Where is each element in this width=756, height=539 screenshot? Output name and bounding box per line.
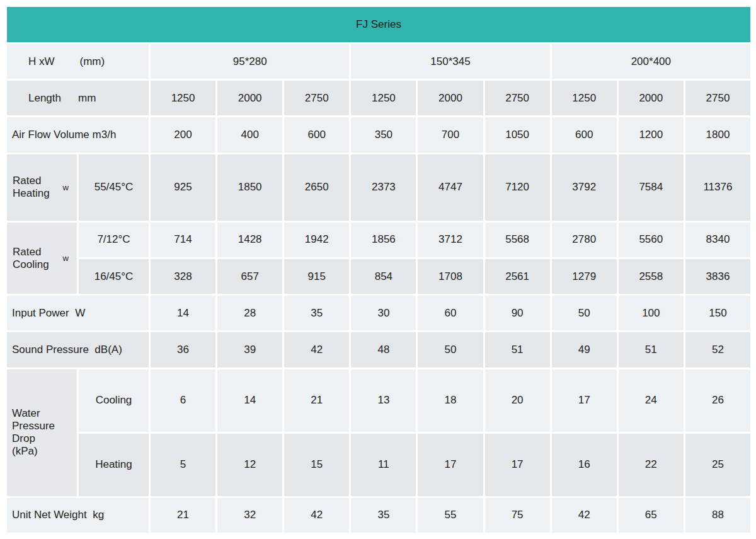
size-group-1: 95*280: [151, 44, 349, 79]
length-value: 2000: [619, 81, 684, 115]
rated-cooling-row-1: Rated Cooling w 7/12°C 714 1428 1942 185…: [7, 223, 750, 257]
weight-value: 42: [552, 498, 617, 533]
weight-value: 35: [351, 498, 416, 533]
rated-heating-unit: w: [63, 183, 69, 192]
input-power-row: Input Power W 14 28 35 30 60 90 50 100 1…: [7, 296, 750, 330]
rated-cooling-value: 1942: [284, 223, 349, 257]
water-pressure-cooling-value: 14: [217, 369, 282, 432]
input-power-value: 14: [151, 296, 215, 330]
sound-pressure-value: 49: [552, 332, 617, 367]
rated-cooling-value: 2561: [485, 259, 550, 294]
rated-heating-label: Rated Heating w: [7, 154, 77, 221]
water-pressure-drop-label: Water Pressure Drop (kPa): [7, 369, 77, 496]
rated-cooling-value: 3712: [418, 223, 483, 257]
fj-series-spec-table: FJ Series H xW(mm) 95*280 150*345 200*40…: [5, 5, 752, 535]
size-header-row: H xW(mm) 95*280 150*345 200*400: [7, 44, 750, 79]
input-power-value: 150: [685, 296, 750, 330]
rated-cooling-value: 5560: [619, 223, 684, 257]
sound-pressure-value: 51: [485, 332, 550, 367]
length-value: 2750: [685, 81, 750, 115]
size-group-2: 150*345: [351, 44, 549, 79]
rated-heating-value: 2373: [351, 154, 416, 221]
water-pressure-cooling-value: 6: [151, 369, 215, 432]
weight-value: 32: [217, 498, 282, 533]
length-row: Lengthmm 1250 2000 2750 1250 2000 2750 1…: [7, 81, 750, 115]
size-label-text: H xW: [28, 55, 55, 67]
length-value: 2000: [217, 81, 282, 115]
sound-pressure-row: Sound Pressure dB(A) 36 39 42 48 50 51 4…: [7, 332, 750, 367]
rated-cooling-value: 8340: [685, 223, 750, 257]
input-power-value: 100: [619, 296, 684, 330]
rated-cooling-condition-1: 7/12°C: [79, 223, 149, 257]
length-value: 2750: [485, 81, 550, 115]
airflow-value: 1050: [485, 117, 550, 152]
rated-cooling-value: 657: [217, 259, 282, 294]
airflow-value: 1800: [685, 117, 750, 152]
rated-cooling-value: 915: [284, 259, 349, 294]
water-pressure-heating-value: 15: [284, 434, 349, 496]
water-pressure-heating-value: 17: [485, 434, 550, 496]
airflow-value: 200: [151, 117, 215, 152]
rated-cooling-unit: w: [63, 253, 69, 263]
water-pressure-cooling-row: Water Pressure Drop (kPa) Cooling 6 14 2…: [7, 369, 750, 432]
length-value: 1250: [552, 81, 617, 115]
airflow-value: 400: [217, 117, 282, 152]
rated-cooling-value: 2780: [552, 223, 617, 257]
rated-cooling-label: Rated Cooling w: [7, 223, 77, 294]
input-power-value: 90: [485, 296, 550, 330]
rated-cooling-row-2: 16/45°C 328 657 915 854 1708 2561 1279 2…: [7, 259, 750, 294]
length-value: 1250: [351, 81, 416, 115]
airflow-value: 1200: [619, 117, 684, 152]
water-pressure-heating-value: 17: [418, 434, 483, 496]
rated-heating-value: 3792: [552, 154, 617, 221]
table-title: FJ Series: [7, 7, 750, 42]
water-pressure-cooling-value: 17: [552, 369, 617, 432]
water-pressure-cooling-value: 13: [351, 369, 416, 432]
rated-cooling-value: 328: [151, 259, 215, 294]
weight-value: 75: [485, 498, 550, 533]
sound-pressure-value: 50: [418, 332, 483, 367]
rated-cooling-value: 714: [151, 223, 215, 257]
weight-value: 21: [151, 498, 215, 533]
length-label-text: Length: [28, 92, 61, 104]
sound-pressure-value: 36: [151, 332, 215, 367]
weight-value: 55: [418, 498, 483, 533]
water-pressure-cooling-value: 21: [284, 369, 349, 432]
length-value: 1250: [151, 81, 215, 115]
water-pressure-cooling-value: 20: [485, 369, 550, 432]
airflow-value: 600: [552, 117, 617, 152]
airflow-value: 600: [284, 117, 349, 152]
weight-row: Unit Net Weight kg 21 32 42 35 55 75 42 …: [7, 498, 750, 533]
weight-value: 65: [619, 498, 684, 533]
input-power-value: 60: [418, 296, 483, 330]
length-label: Lengthmm: [7, 81, 149, 115]
water-pressure-heating-value: 22: [619, 434, 684, 496]
input-power-value: 50: [552, 296, 617, 330]
size-group-3: 200*400: [552, 44, 750, 79]
size-label-unit: (mm): [80, 55, 105, 67]
weight-value: 42: [284, 498, 349, 533]
rated-cooling-value: 1428: [217, 223, 282, 257]
rated-heating-value: 7584: [619, 154, 684, 221]
water-pressure-cooling-value: 26: [685, 369, 750, 432]
input-power-value: 30: [351, 296, 416, 330]
rated-cooling-value: 5568: [485, 223, 550, 257]
rated-cooling-label-text: Rated Cooling: [13, 246, 49, 271]
airflow-value: 350: [351, 117, 416, 152]
water-pressure-cooling-value: 24: [619, 369, 684, 432]
rated-cooling-value: 1708: [418, 259, 483, 294]
rated-cooling-value: 854: [351, 259, 416, 294]
water-pressure-heating-value: 25: [685, 434, 750, 496]
rated-heating-value: 11376: [685, 154, 750, 221]
water-pressure-heating-row: Heating 5 12 15 11 17 17 16 22 25: [7, 434, 750, 496]
weight-value: 88: [685, 498, 750, 533]
airflow-row: Air Flow Volume m3/h 200 400 600 350 700…: [7, 117, 750, 152]
size-header-label: H xW(mm): [7, 44, 149, 79]
rated-heating-label-text: Rated Heating: [13, 175, 50, 200]
water-pressure-cooling-value: 18: [418, 369, 483, 432]
rated-heating-condition: 55/45°C: [79, 154, 149, 221]
length-label-unit: mm: [78, 92, 96, 104]
water-pressure-cooling-label: Cooling: [79, 369, 149, 432]
rated-cooling-value: 1856: [351, 223, 416, 257]
rated-heating-value: 1850: [217, 154, 282, 221]
